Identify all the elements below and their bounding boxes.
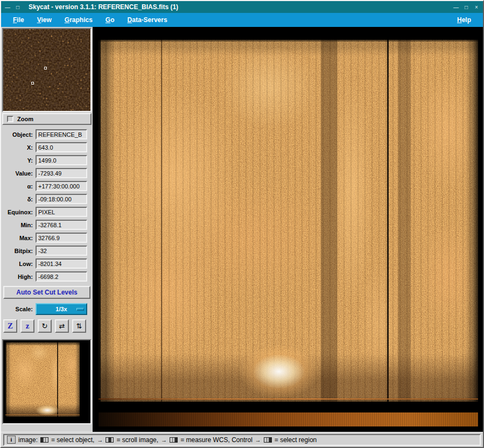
menu-view[interactable]: View [31,15,58,25]
info-row-x: X: [2,142,92,152]
low-label: Low: [2,261,36,267]
close-button[interactable]: × [473,3,480,11]
mouse-button-2-icon [106,437,114,443]
zoom-marker [44,67,47,69]
fits-image[interactable] [99,40,478,402]
image-bottom-line [99,398,478,400]
info-row-ra: α: [2,181,92,191]
x-field[interactable] [36,142,87,152]
info-panel: Object: X: Y: Value: α: [2,129,92,282]
control-panel: Zoom Object: X: Y: Value: [1,27,93,432]
pointer-arrow-icon: → [97,437,103,443]
high-field[interactable] [36,271,87,282]
window-menu-button[interactable]: — [4,3,11,11]
maximize-button[interactable]: □ [462,3,470,11]
zoom-checkbox[interactable]: Zoom [2,113,92,125]
info-row-bitpix: Bitpix: [2,246,92,256]
info-row-equinox: Equinox: [2,207,92,217]
value-label: Value: [2,170,36,177]
menu-file[interactable]: File [6,15,31,25]
mouse-button-3-icon [264,437,272,443]
min-field[interactable] [36,220,87,230]
zoom-out-button[interactable]: z [20,319,34,333]
info-row-value: Value: [2,168,92,178]
object-field[interactable] [36,129,87,139]
image-bright-spot [239,345,319,398]
minimize-button[interactable]: — [452,3,460,11]
image-canvas[interactable] [93,27,483,432]
auto-set-cut-levels-button[interactable]: Auto Set Cut Levels [3,286,90,299]
info-row-high: High: [2,271,92,282]
status-message: i image: = select object, → = scroll ima… [3,434,481,446]
dropdown-indicator-icon [76,308,84,311]
mouse-button-1-icon [40,437,48,443]
info-row-low: Low: [2,258,92,269]
status-segment: = select object, [51,436,94,444]
window-title: Skycat - version 3.1.1: REFERENCE_BIAS.f… [29,3,178,11]
max-label: Max: [2,235,36,241]
zoom-view-noise [3,29,90,111]
menu-data-servers[interactable]: Data-Servers [121,15,174,25]
scale-dropdown[interactable]: 1/3x [36,303,87,315]
status-segment: = measure WCS, Control [180,436,252,444]
bitpix-label: Bitpix: [2,248,36,254]
menubar: File View Graphics Go Data-Servers Help [1,13,483,27]
equinox-label: Equinox: [2,209,36,215]
y-field[interactable] [36,155,87,165]
y-label: Y: [2,157,36,164]
equinox-field[interactable] [36,207,87,217]
min-label: Min: [2,222,36,228]
status-prefix: image: [18,436,38,444]
scale-row: Scale: 1/3x [2,303,92,315]
info-icon: i [7,436,16,444]
overscan-strip [99,412,478,426]
shade-button[interactable]: □ [14,3,22,11]
info-row-object: Object: [2,129,92,139]
menu-help[interactable]: Help [451,15,478,25]
menu-graphics[interactable]: Graphics [58,15,99,25]
skycat-window: — □ Skycat - version 3.1.1: REFERENCE_BI… [0,0,484,448]
object-label: Object: [2,131,36,138]
pointer-arrow-icon: → [161,437,167,443]
info-row-max: Max: [2,233,92,243]
pan-bottom-line [5,415,80,415]
flip-x-button[interactable]: ⇄ [55,319,69,333]
zoom-toolbar: Z z ↻ ⇄ ⇅ [2,319,92,333]
flip-y-button[interactable]: ⇅ [72,319,86,333]
low-field[interactable] [36,258,87,269]
zoom-checkbox-label: Zoom [17,116,33,122]
high-label: High: [2,274,36,280]
zoom-view [2,28,92,112]
dec-label: δ: [2,196,36,202]
value-field[interactable] [36,168,87,178]
status-segment: = scroll image, [116,436,158,444]
pan-bright-spot [36,405,59,416]
info-row-min: Min: [2,220,92,230]
info-row-y: Y: [2,155,92,165]
statusbar: i image: = select object, → = scroll ima… [1,432,483,447]
pan-view[interactable] [2,339,92,424]
scale-value: 1/3x [55,306,67,312]
rotate-button[interactable]: ↻ [38,319,52,333]
pointer-arrow-icon: → [255,437,261,443]
status-segment: = select region [275,436,317,444]
zoom-marker [31,82,34,85]
dec-field[interactable] [36,194,87,204]
titlebar[interactable]: — □ Skycat - version 3.1.1: REFERENCE_BI… [1,1,483,13]
zoom-in-button[interactable]: Z [3,319,17,333]
x-label: X: [2,144,36,151]
menu-go[interactable]: Go [99,15,121,25]
info-row-dec: δ: [2,194,92,204]
ra-label: α: [2,183,36,190]
main-content: Zoom Object: X: Y: Value: [1,27,483,432]
pan-thumbnail[interactable] [5,342,80,417]
scale-label: Scale: [2,306,36,312]
bitpix-field[interactable] [36,246,87,256]
checkbox-indicator-icon[interactable] [7,116,13,122]
mouse-button-3-icon [170,437,178,443]
max-field[interactable] [36,233,87,243]
ra-field[interactable] [36,181,87,191]
